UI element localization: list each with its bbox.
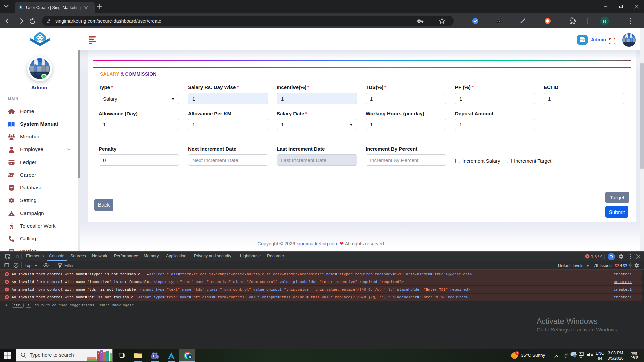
svg-text:2: 2 xyxy=(516,352,518,355)
svg-text:21: 21 xyxy=(634,355,637,359)
